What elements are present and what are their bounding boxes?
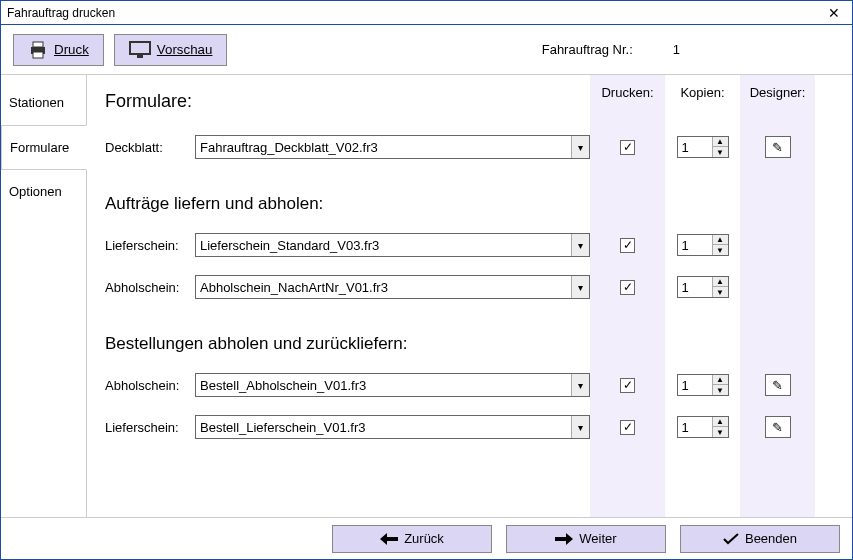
chevron-up-icon[interactable]: ▲ [713,277,728,287]
arrow-right-icon [555,533,573,545]
chevron-down-icon[interactable]: ▼ [713,245,728,255]
chevron-up-icon[interactable]: ▲ [713,417,728,427]
cover-print-checkbox[interactable]: ✓ [620,140,635,155]
chevron-up-icon[interactable]: ▲ [713,375,728,385]
group2-title: Aufträge liefern und abholen: [105,194,815,214]
liefer2-combo-value: Bestell_Lieferschein_V01.fr3 [200,420,366,435]
liefer1-copies-value: 1 [678,238,712,253]
chevron-down-icon[interactable]: ▼ [713,427,728,437]
chevron-down-icon: ▾ [571,234,589,256]
liefer2-combo[interactable]: Bestell_Lieferschein_V01.fr3 ▾ [195,415,590,439]
chevron-down-icon: ▾ [571,136,589,158]
arrow-left-icon [380,533,398,545]
abhol2-copies-stepper[interactable]: 1 ▲▼ [677,374,729,396]
tab-options[interactable]: Optionen [1,170,86,214]
svg-rect-2 [33,52,43,58]
abhol1-print-checkbox[interactable]: ✓ [620,280,635,295]
print-button[interactable]: Druck [13,34,104,66]
header-print: Drucken: [590,85,665,100]
chevron-down-icon[interactable]: ▼ [713,385,728,395]
abhol2-designer-button[interactable]: ✎ [765,374,791,396]
next-button-label: Weiter [579,531,616,546]
row-cover: Deckblatt: Fahrauftrag_Deckblatt_V02.fr3… [105,130,815,164]
liefer1-combo[interactable]: Lieferschein_Standard_V03.fr3 ▾ [195,233,590,257]
abhol2-copies-value: 1 [678,378,712,393]
back-button-label: Zurück [404,531,444,546]
chevron-down-icon[interactable]: ▼ [713,147,728,157]
svg-rect-4 [137,55,143,58]
header-designer: Designer: [740,85,815,100]
liefer2-copies-value: 1 [678,420,712,435]
edit-icon: ✎ [772,140,783,155]
edit-icon: ✎ [772,378,783,393]
chevron-down-icon[interactable]: ▼ [713,287,728,297]
abhol2-combo-value: Bestell_Abholschein_V01.fr3 [200,378,366,393]
row-liefer2: Lieferschein: Bestell_Lieferschein_V01.f… [105,410,815,444]
liefer2-label: Lieferschein: [105,420,195,435]
abhol1-copies-value: 1 [678,280,712,295]
next-button[interactable]: Weiter [506,525,666,553]
preview-button[interactable]: Vorschau [114,34,228,66]
header-copies: Kopien: [665,85,740,100]
chevron-down-icon: ▾ [571,374,589,396]
liefer1-print-checkbox[interactable]: ✓ [620,238,635,253]
tab-forms[interactable]: Formulare [1,125,87,170]
cover-designer-button[interactable]: ✎ [765,136,791,158]
edit-icon: ✎ [772,420,783,435]
svg-rect-3 [130,42,150,54]
row-liefer1: Lieferschein: Lieferschein_Standard_V03.… [105,228,815,262]
tab-stations[interactable]: Stationen [1,81,86,125]
liefer2-print-checkbox[interactable]: ✓ [620,420,635,435]
row-abhol1: Abholschein: Abholschein_NachArtNr_V01.f… [105,270,815,304]
svg-rect-1 [33,42,43,47]
abhol1-combo[interactable]: Abholschein_NachArtNr_V01.fr3 ▾ [195,275,590,299]
chevron-down-icon: ▾ [571,276,589,298]
abhol2-combo[interactable]: Bestell_Abholschein_V01.fr3 ▾ [195,373,590,397]
cover-label: Deckblatt: [105,140,195,155]
preview-button-label: Vorschau [157,42,213,57]
window-title: Fahrauftrag drucken [7,6,115,20]
abhol2-label: Abholschein: [105,378,195,393]
cover-combo[interactable]: Fahrauftrag_Deckblatt_V02.fr3 ▾ [195,135,590,159]
monitor-icon [129,41,151,59]
toolbar: Druck Vorschau Fahrauftrag Nr.: 1 [1,25,852,75]
chevron-down-icon: ▾ [571,416,589,438]
check-icon [723,533,739,545]
close-button-label: Beenden [745,531,797,546]
cover-copies-value: 1 [678,140,712,155]
chevron-up-icon[interactable]: ▲ [713,137,728,147]
tabs: Stationen Formulare Optionen [1,75,87,517]
printer-icon [28,41,48,59]
close-icon[interactable]: ✕ [816,1,852,24]
group3-title: Bestellungen abholen und zurückliefern: [105,334,815,354]
abhol1-label: Abholschein: [105,280,195,295]
chevron-up-icon[interactable]: ▲ [713,235,728,245]
liefer2-designer-button[interactable]: ✎ [765,416,791,438]
jobnr-label: Fahrauftrag Nr.: [542,42,633,57]
print-button-label: Druck [54,42,89,57]
abhol2-print-checkbox[interactable]: ✓ [620,378,635,393]
footer: Zurück Weiter Beenden [1,517,852,559]
titlebar: Fahrauftrag drucken ✕ [1,1,852,25]
liefer2-copies-stepper[interactable]: 1 ▲▼ [677,416,729,438]
row-abhol2: Abholschein: Bestell_Abholschein_V01.fr3… [105,368,815,402]
main-panel: Drucken: Kopien: Designer: Formulare: De… [87,75,815,444]
jobnr-value: 1 [673,42,680,57]
back-button[interactable]: Zurück [332,525,492,553]
abhol1-copies-stepper[interactable]: 1 ▲▼ [677,276,729,298]
close-button[interactable]: Beenden [680,525,840,553]
liefer1-copies-stepper[interactable]: 1 ▲▼ [677,234,729,256]
cover-combo-value: Fahrauftrag_Deckblatt_V02.fr3 [200,140,378,155]
cover-copies-stepper[interactable]: 1 ▲▼ [677,136,729,158]
abhol1-combo-value: Abholschein_NachArtNr_V01.fr3 [200,280,388,295]
liefer1-combo-value: Lieferschein_Standard_V03.fr3 [200,238,379,253]
liefer1-label: Lieferschein: [105,238,195,253]
